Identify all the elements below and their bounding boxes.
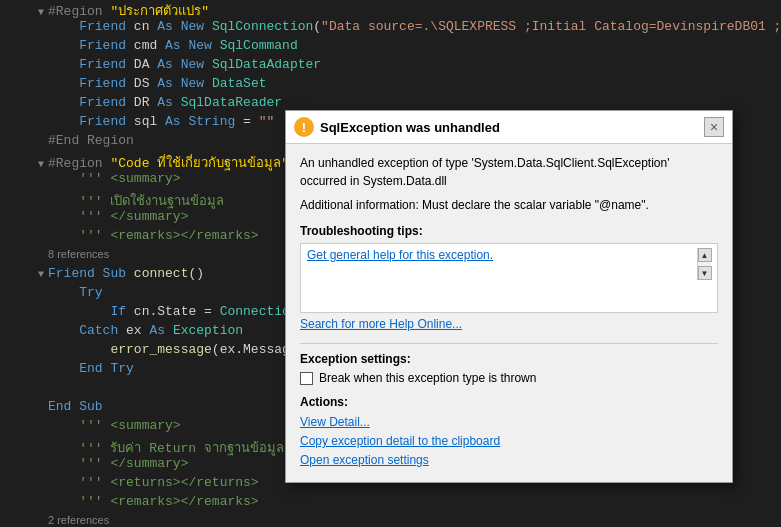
code-line-4: Friend DA As New SqlDataAdapter [0, 57, 781, 76]
copy-exception-link[interactable]: Copy exception detail to the clipboard [300, 434, 718, 448]
code-line-ref2: 2 references [0, 513, 781, 527]
get-help-link[interactable]: Get general help for this exception. [307, 248, 493, 262]
dialog-titlebar: ! SqlException was unhandled × [286, 111, 732, 144]
dialog-main-message: An unhandled exception of type 'System.D… [300, 154, 718, 190]
dialog-close-button[interactable]: × [704, 117, 724, 137]
exception-checkbox[interactable] [300, 372, 313, 385]
divider-1 [300, 343, 718, 344]
tips-scrollbar: ▲ ▼ [697, 248, 711, 280]
code-line-5: Friend DS As New DataSet [0, 76, 781, 95]
dialog-title: SqlException was unhandled [320, 120, 698, 135]
actions-title: Actions: [300, 395, 718, 409]
exception-settings-title: Exception settings: [300, 352, 718, 366]
troubleshooting-title: Troubleshooting tips: [300, 224, 718, 238]
exception-dialog: ! SqlException was unhandled × An unhand… [285, 110, 733, 483]
code-line-26: ''' <remarks></remarks> [0, 494, 781, 513]
scrollbar-up-button[interactable]: ▲ [698, 248, 712, 262]
exception-checkbox-label: Break when this exception type is thrown [319, 371, 536, 385]
tips-content: Get general help for this exception. [307, 248, 693, 262]
code-line-1: ▼ #Region "ประกาศตัวแปร" [0, 0, 781, 19]
exception-checkbox-row: Break when this exception type is thrown [300, 371, 718, 385]
scrollbar-down-button[interactable]: ▼ [698, 266, 712, 280]
dialog-additional-message: Additional information: Must declare the… [300, 198, 718, 212]
code-line-3: Friend cmd As New SqlCommand [0, 38, 781, 57]
dialog-body: An unhandled exception of type 'System.D… [286, 144, 732, 482]
code-editor: ▼ #Region "ประกาศตัวแปร" Friend cn As Ne… [0, 0, 781, 527]
open-settings-link[interactable]: Open exception settings [300, 453, 718, 467]
search-online-link[interactable]: Search for more Help Online... [300, 317, 718, 331]
troubleshooting-tips-box: Get general help for this exception. ▲ ▼ [300, 243, 718, 313]
warning-icon: ! [294, 117, 314, 137]
view-detail-link[interactable]: View Detail... [300, 415, 718, 429]
code-line-2: Friend cn As New SqlConnection("Data sou… [0, 19, 781, 38]
